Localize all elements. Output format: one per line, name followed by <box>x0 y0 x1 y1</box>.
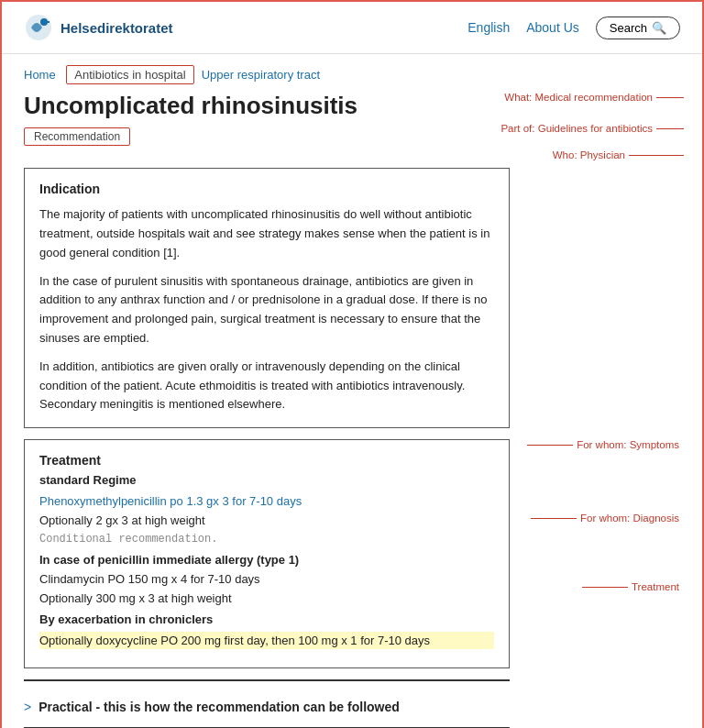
search-icon: 🔍 <box>652 21 666 35</box>
logo-icon <box>24 13 53 42</box>
indication-para-1: The majority of patients with uncomplica… <box>39 205 494 262</box>
treatment-conditional: Conditional recommendation. <box>39 533 494 546</box>
practical-section: > Practical - this is how the recommenda… <box>24 690 510 723</box>
chevron-right-icon[interactable]: > <box>24 700 31 714</box>
treatment-line2: Optionally 2 gx 3 at high weight <box>39 513 494 527</box>
annotation-diagnosis: For whom: Diagnosis <box>580 513 679 524</box>
logo-text: Helsedirektoratet <box>60 20 173 36</box>
practical-text[interactable]: Practical - this is how the recommendati… <box>38 700 400 714</box>
breadcrumb-home[interactable]: Home <box>24 68 56 82</box>
annotation-part-of: Part of: Guidelines for antibiotics <box>500 123 653 134</box>
breadcrumb-antibiotics[interactable]: Antibiotics in hospital <box>66 65 193 84</box>
breadcrumb-sep <box>60 68 63 82</box>
english-link[interactable]: English <box>468 20 510 35</box>
treatment-exac-title: By exacerbation in chroniclers <box>39 612 494 626</box>
annotation-treatment: Treatment <box>632 581 679 592</box>
recommendation-badge[interactable]: Recommendation <box>24 127 130 146</box>
treatment-standard-regime: standard Regime <box>39 473 494 487</box>
about-us-link[interactable]: About Us <box>526 20 579 35</box>
indication-para-2: In the case of purulent sinusitis with s… <box>39 272 494 348</box>
annotation-symptoms: For whom: Symptoms <box>577 439 679 450</box>
header-nav: English About Us Search 🔍 <box>468 17 680 39</box>
treatment-allergy-title: In case of penicillin immediate allergy … <box>39 553 494 567</box>
search-button[interactable]: Search 🔍 <box>596 17 680 39</box>
breadcrumb: Home Antibiotics in hospital Upper respi… <box>2 54 702 92</box>
indication-title: Indication <box>39 182 494 196</box>
indication-box: Indication The majority of patients with… <box>24 168 510 428</box>
treatment-allergy-line1: Clindamycin PO 150 mg x 4 for 7-10 days <box>39 572 494 586</box>
main-content: Indication The majority of patients with… <box>2 157 702 728</box>
page-title: Uncomplicated rhinosinusitis <box>24 92 409 120</box>
treatment-allergy-line2: Optionally 300 mg x 3 at high weight <box>39 591 494 605</box>
treatment-exac-line: Optionally doxycycline PO 200 mg first d… <box>39 632 494 649</box>
treatment-line1: Phenoxymethylpenicillin po 1.3 gx 3 for … <box>39 494 494 508</box>
breadcrumb-upper[interactable]: Upper respiratory tract <box>202 68 320 82</box>
indication-para-3: In addition, antibiotics are given orall… <box>39 358 494 414</box>
logo-area: Helsedirektoratet <box>24 13 173 42</box>
header: Helsedirektoratet English About Us Searc… <box>2 2 702 54</box>
treatment-title: Treatment <box>39 453 494 468</box>
treatment-box: Treatment standard Regime Phenoxymethylp… <box>24 439 510 668</box>
annotation-what: What: Medical recommendation <box>504 92 653 103</box>
